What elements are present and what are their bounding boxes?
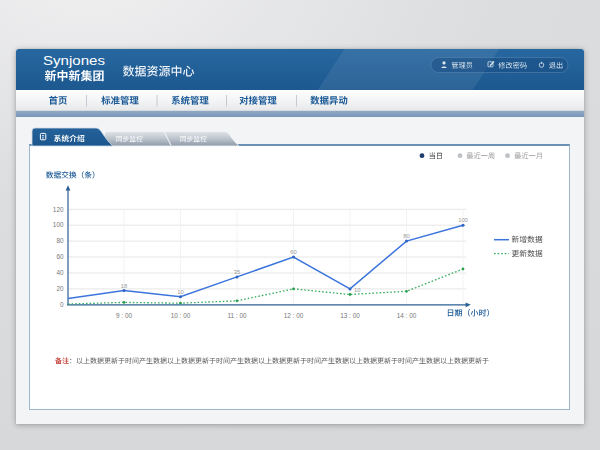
- svg-text:60: 60: [290, 249, 296, 255]
- svg-text:20: 20: [56, 285, 64, 292]
- svg-text:40: 40: [56, 269, 64, 276]
- svg-text:60: 60: [56, 253, 64, 260]
- svg-text:80: 80: [56, 237, 64, 244]
- svg-text:100: 100: [458, 217, 468, 223]
- svg-text:35: 35: [234, 269, 240, 275]
- svg-text:9 : 00: 9 : 00: [116, 312, 132, 319]
- svg-text:14 : 00: 14 : 00: [397, 312, 417, 319]
- svg-text:120: 120: [53, 206, 64, 213]
- svg-text:10: 10: [354, 287, 360, 293]
- svg-text:100: 100: [53, 221, 64, 228]
- svg-text:11 : 00: 11 : 00: [227, 312, 247, 319]
- svg-text:0: 0: [60, 301, 64, 308]
- svg-text:10 : 00: 10 : 00: [171, 312, 191, 319]
- svg-text:80: 80: [403, 233, 409, 239]
- svg-text:12 : 00: 12 : 00: [284, 312, 304, 319]
- svg-text:Synjones: Synjones: [43, 54, 105, 68]
- svg-text:13 : 00: 13 : 00: [340, 312, 360, 319]
- svg-text:18: 18: [121, 283, 127, 289]
- svg-text:10: 10: [177, 289, 183, 295]
